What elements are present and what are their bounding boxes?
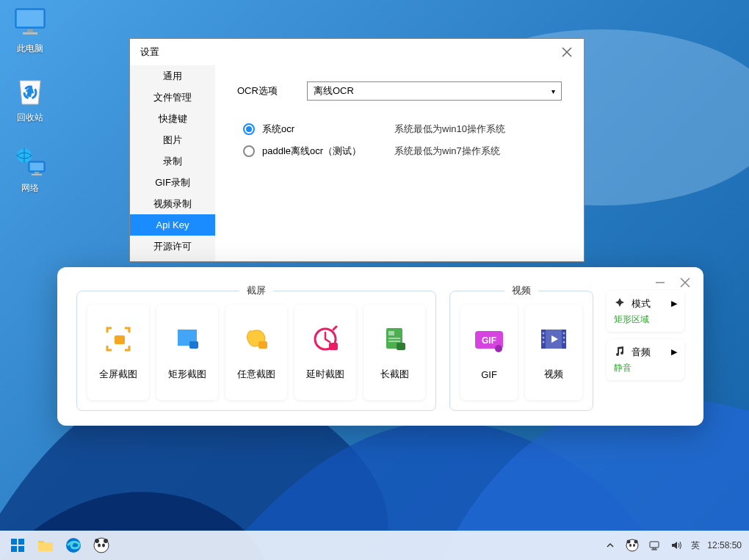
svg-point-31 [563,332,565,335]
svg-rect-49 [650,542,659,548]
minimize-button[interactable] [655,277,665,291]
sidebar-item-videorecord[interactable]: 视频录制 [130,193,215,214]
sidebar-item-filemgmt[interactable]: 文件管理 [130,87,215,108]
desktop-icon-recyclebin[interactable]: 回收站 [3,73,57,124]
network-icon [648,539,660,551]
chevron-right-icon: ▶ [671,347,677,357]
radio-desc: 系统最低为win7操作系统 [394,145,500,158]
scroll-icon [379,324,410,354]
svg-rect-20 [388,341,400,342]
svg-rect-21 [397,343,405,350]
svg-rect-9 [35,172,39,174]
svg-point-47 [629,544,632,547]
desktop-icon-network[interactable]: 网络 [3,144,57,194]
taskbar-app[interactable] [91,535,112,556]
svg-point-45 [627,540,631,544]
rect-icon [172,324,203,354]
sidebar-item-image[interactable]: 图片 [130,129,215,150]
tray-network[interactable] [647,538,662,553]
svg-rect-19 [388,338,400,339]
svg-point-30 [543,341,545,343]
svg-rect-14 [258,341,267,349]
svg-text:GIF: GIF [482,335,496,346]
svg-rect-37 [18,546,24,552]
video-icon [538,324,569,354]
svg-point-40 [95,539,99,543]
panda-icon [626,539,639,552]
sidebar-item-general[interactable]: 通用 [130,65,215,87]
svg-point-42 [98,544,101,548]
svg-rect-36 [11,546,17,552]
panda-icon [93,537,109,553]
taskbar-edge[interactable] [63,535,84,556]
network-icon [12,144,48,179]
ocr-label: OCR选项 [237,84,278,98]
svg-rect-10 [32,174,42,175]
svg-point-24 [495,345,502,352]
timer-icon [310,324,341,354]
tray-chevron[interactable] [603,538,618,553]
sidebar-item-apikey[interactable]: Api Key [130,214,215,236]
svg-point-43 [102,544,105,548]
desktop-icon-label: 回收站 [3,112,57,124]
sidebar-item-shortcut[interactable]: 快捷键 [130,108,215,129]
ocr-select[interactable]: 离线OCR ▾ [307,81,562,101]
settings-sidebar: 通用 文件管理 快捷键 图片 录制 GIF录制 视频录制 Api Key 开源许… [130,65,215,261]
tool-timer[interactable]: 延时截图 [294,305,356,400]
clock[interactable]: 12:58:50 [707,540,742,550]
settings-content: OCR选项 离线OCR ▾ 系统ocr 系统最低为win10操作系统 paddl… [215,65,584,261]
taskbar: 英 12:58:50 [0,531,749,560]
tool-fullscreen[interactable]: 全屏截图 [87,305,149,400]
svg-rect-13 [189,341,198,349]
tray-volume[interactable] [669,538,684,553]
chevron-down-icon: ▾ [551,87,555,95]
radio-paddle-ocr[interactable] [243,145,255,157]
sidebar-item-record[interactable]: 录制 [130,150,215,172]
radio-system-ocr[interactable] [243,123,255,135]
group-video: 视频 GIF GIF 视频 [449,291,593,411]
ocr-select-value: 离线OCR [314,84,354,98]
tool-gif[interactable]: GIF GIF [460,305,518,400]
svg-rect-3 [27,29,33,32]
svg-point-28 [543,332,545,335]
svg-point-32 [563,337,565,339]
tool-scroll[interactable]: 长截图 [363,305,425,400]
tray-app[interactable] [625,538,640,553]
volume-icon [670,539,682,551]
mode-button[interactable]: 模式 ▶ 矩形区域 [607,291,684,332]
audio-button[interactable]: 音频 ▶ 静音 [607,339,684,380]
taskbar-explorer[interactable] [35,535,56,556]
close-icon [680,277,690,288]
svg-rect-35 [18,539,24,545]
group-capture: 截屏 全屏截图 矩形截图 任意截图 [76,291,436,411]
tool-rect[interactable]: 矩形截图 [156,305,218,400]
tool-video[interactable]: 视频 [525,305,582,400]
radio-label: 系统ocr [262,123,394,136]
sidebar-item-gifrecord[interactable]: GIF录制 [130,172,215,193]
svg-rect-4 [23,32,37,34]
svg-rect-8 [30,163,43,170]
sidebar-item-license[interactable]: 开源许可 [130,236,215,257]
close-button[interactable] [680,277,690,291]
fullscreen-icon [103,324,134,354]
windows-icon [10,538,25,553]
ime-indicator[interactable]: 英 [691,539,700,552]
group-side: 模式 ▶ 矩形区域 音频 ▶ 静音 [607,291,684,411]
chevron-up-icon [606,541,615,550]
settings-dialog: 设置 通用 文件管理 快捷键 图片 录制 GIF录制 视频录制 Api Key … [129,38,585,262]
folder-icon [37,538,54,553]
minimize-icon [655,277,665,288]
tool-freeform[interactable]: 任意截图 [225,305,287,400]
svg-point-46 [634,540,638,544]
start-button[interactable] [7,535,28,556]
music-icon [614,345,626,359]
radio-label: paddle离线ocr（测试） [262,145,394,158]
close-button[interactable] [557,43,576,62]
edge-icon [65,537,82,553]
svg-point-48 [633,544,635,547]
desktop-icon-thispc[interactable]: 此电脑 [3,4,57,55]
chevron-right-icon: ▶ [671,299,677,308]
svg-point-33 [563,341,565,343]
toolbar-panel: 截屏 全屏截图 矩形截图 任意截图 [57,267,703,426]
svg-rect-11 [115,335,125,344]
